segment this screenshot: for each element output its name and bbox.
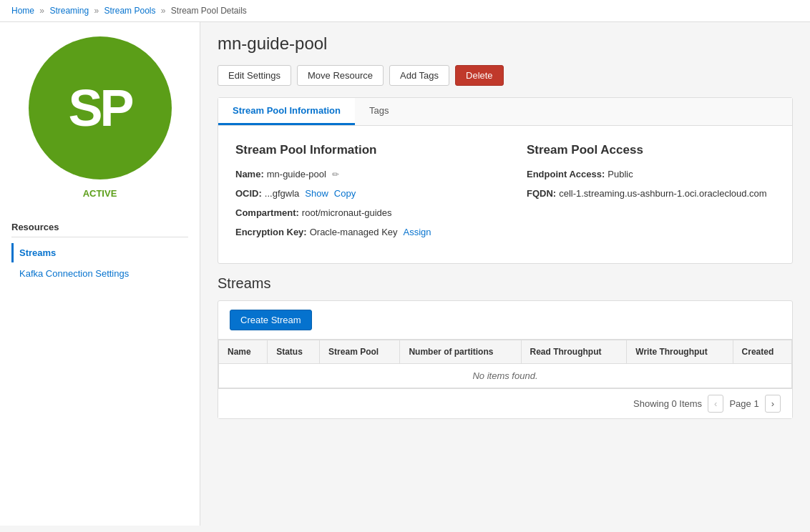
endpoint-label: Endpoint Access: <box>527 169 605 179</box>
tabs-header: Stream Pool Information Tags <box>218 98 792 126</box>
stream-pool-info-section: Stream Pool Information Name: mn-guide-p… <box>235 143 484 246</box>
encryption-value: Oracle-managed Key <box>310 227 398 237</box>
compartment-label: Compartment: <box>235 207 299 218</box>
endpoint-value: Public <box>608 169 633 179</box>
next-page-button[interactable]: › <box>765 395 781 413</box>
breadcrumb-streaming[interactable]: Streaming <box>49 6 89 16</box>
prev-page-button[interactable]: ‹ <box>708 395 723 413</box>
info-grid: Stream Pool Information Name: mn-guide-p… <box>235 143 775 246</box>
ocid-value: ...gfgwla <box>265 188 299 199</box>
info-row-ocid: OCID: ...gfgwla Show Copy <box>235 188 484 199</box>
breadcrumb-sep-3: » <box>161 6 168 16</box>
add-tags-button[interactable]: Add Tags <box>389 65 449 86</box>
move-resource-button[interactable]: Move Resource <box>297 65 384 86</box>
col-stream-pool: Stream Pool <box>320 340 400 364</box>
streams-title: Streams <box>218 275 793 292</box>
breadcrumb-sep-2: » <box>94 6 101 16</box>
tab-stream-pool-info[interactable]: Stream Pool Information <box>218 98 355 125</box>
streams-section: Create Stream Name Status Stream Pool Nu… <box>218 300 793 419</box>
col-name: Name <box>219 340 268 364</box>
main-container: SP ACTIVE Resources Streams Kafka Connec… <box>0 22 810 526</box>
name-edit-icon[interactable]: ✏ <box>332 169 339 179</box>
breadcrumb-home[interactable]: Home <box>11 6 34 16</box>
content-panel: mn-guide-pool Edit Settings Move Resourc… <box>200 22 810 526</box>
tab-tags[interactable]: Tags <box>355 98 403 125</box>
col-status: Status <box>268 340 320 364</box>
col-write-throughput: Write Throughput <box>627 340 733 364</box>
info-content: Stream Pool Information Name: mn-guide-p… <box>218 126 792 263</box>
table-header: Name Status Stream Pool Number of partit… <box>219 340 792 364</box>
info-row-fqdn: FQDN: cell-1.streaming.us-ashburn-1.oci.… <box>527 188 775 199</box>
page-title: mn-guide-pool <box>218 34 793 54</box>
info-row-name: Name: mn-guide-pool ✏ <box>235 169 484 179</box>
sidebar-item-kafka[interactable]: Kafka Connection Settings <box>11 264 188 283</box>
breadcrumb-stream-pools[interactable]: Stream Pools <box>104 6 155 16</box>
resources-title: Resources <box>11 222 188 237</box>
info-row-compartment: Compartment: root/micronaut-guides <box>235 207 484 218</box>
sidebar-resources: Resources Streams Kafka Connection Setti… <box>0 222 200 285</box>
showing-items-text: Showing 0 Items <box>633 398 702 409</box>
edit-settings-button[interactable]: Edit Settings <box>218 65 291 86</box>
sidebar-item-streams[interactable]: Streams <box>11 243 188 262</box>
col-created: Created <box>733 340 791 364</box>
breadcrumb-sep-1: » <box>39 6 47 16</box>
assign-link[interactable]: Assign <box>404 227 431 237</box>
encryption-label: Encryption Key: <box>235 227 307 237</box>
breadcrumb: Home » Streaming » Stream Pools » Stream… <box>0 0 810 22</box>
name-value: mn-guide-pool <box>267 169 326 179</box>
ocid-show-link[interactable]: Show <box>305 188 328 199</box>
streams-toolbar: Create Stream <box>218 301 792 340</box>
left-panel: SP ACTIVE Resources Streams Kafka Connec… <box>0 22 200 526</box>
no-items-text: No items found. <box>219 364 792 388</box>
pagination-bar: Showing 0 Items ‹ Page 1 › <box>218 388 792 418</box>
col-read-throughput: Read Throughput <box>521 340 627 364</box>
status-badge: ACTIVE <box>83 188 117 199</box>
stream-pool-access-title: Stream Pool Access <box>527 143 775 157</box>
tabs-container: Stream Pool Information Tags Stream Pool… <box>218 97 793 264</box>
create-stream-button[interactable]: Create Stream <box>230 310 312 330</box>
info-row-endpoint: Endpoint Access: Public <box>527 169 775 179</box>
avatar: SP <box>29 36 172 179</box>
compartment-value: root/micronaut-guides <box>302 207 392 218</box>
breadcrumb-current: Stream Pool Details <box>171 6 247 16</box>
page-label: Page 1 <box>729 398 758 409</box>
stream-pool-info-title: Stream Pool Information <box>235 143 484 157</box>
table-empty-row: No items found. <box>219 364 792 388</box>
fqdn-value: cell-1.streaming.us-ashburn-1.oci.oracle… <box>559 188 766 199</box>
action-buttons: Edit Settings Move Resource Add Tags Del… <box>218 65 793 86</box>
delete-button[interactable]: Delete <box>455 65 504 86</box>
info-row-encryption: Encryption Key: Oracle-managed Key Assig… <box>235 227 484 237</box>
name-label: Name: <box>235 169 264 179</box>
ocid-label: OCID: <box>235 188 262 199</box>
fqdn-label: FQDN: <box>527 188 556 199</box>
stream-pool-access-section: Stream Pool Access Endpoint Access: Publ… <box>527 143 775 246</box>
ocid-copy-link[interactable]: Copy <box>334 188 356 199</box>
col-partitions: Number of partitions <box>400 340 521 364</box>
streams-table: Name Status Stream Pool Number of partit… <box>218 340 792 388</box>
